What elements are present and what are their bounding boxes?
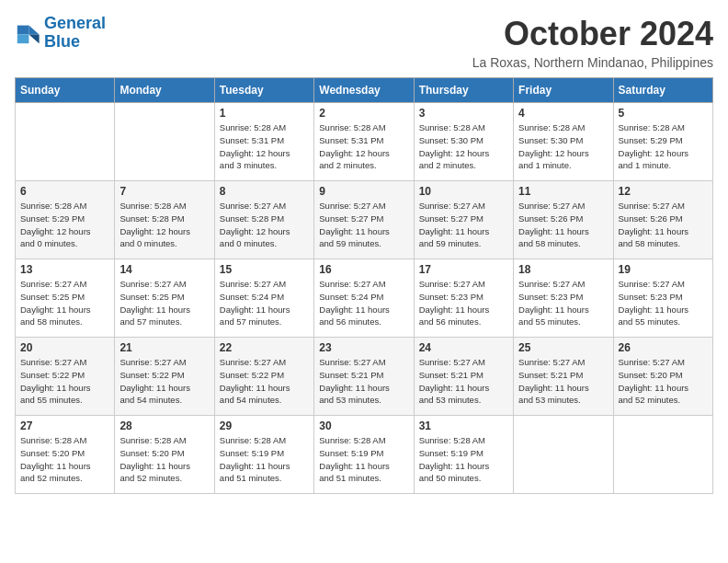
day-number: 9 bbox=[319, 185, 408, 198]
week-row-3: 13Sunrise: 5:27 AM Sunset: 5:25 PM Dayli… bbox=[16, 259, 713, 338]
calendar-cell: 5Sunrise: 5:28 AM Sunset: 5:29 PM Daylig… bbox=[613, 103, 712, 181]
svg-rect-3 bbox=[17, 25, 29, 34]
calendar-cell bbox=[613, 416, 712, 494]
calendar-cell: 23Sunrise: 5:27 AM Sunset: 5:21 PM Dayli… bbox=[314, 338, 414, 416]
header-saturday: Saturday bbox=[613, 78, 712, 103]
calendar-cell: 7Sunrise: 5:28 AM Sunset: 5:28 PM Daylig… bbox=[115, 181, 214, 259]
day-detail: Sunrise: 5:27 AM Sunset: 5:25 PM Dayligh… bbox=[20, 278, 109, 328]
day-detail: Sunrise: 5:27 AM Sunset: 5:24 PM Dayligh… bbox=[220, 278, 309, 328]
calendar-cell: 1Sunrise: 5:28 AM Sunset: 5:31 PM Daylig… bbox=[214, 103, 313, 181]
header-row: SundayMondayTuesdayWednesdayThursdayFrid… bbox=[16, 78, 713, 103]
day-number: 29 bbox=[220, 419, 309, 432]
calendar-cell: 6Sunrise: 5:28 AM Sunset: 5:29 PM Daylig… bbox=[16, 181, 115, 259]
day-detail: Sunrise: 5:27 AM Sunset: 5:22 PM Dayligh… bbox=[20, 356, 109, 407]
calendar-cell: 8Sunrise: 5:27 AM Sunset: 5:28 PM Daylig… bbox=[214, 181, 313, 259]
calendar-cell: 14Sunrise: 5:27 AM Sunset: 5:25 PM Dayli… bbox=[115, 259, 214, 338]
day-detail: Sunrise: 5:28 AM Sunset: 5:31 PM Dayligh… bbox=[319, 121, 408, 172]
calendar-cell: 15Sunrise: 5:27 AM Sunset: 5:24 PM Dayli… bbox=[214, 259, 313, 338]
day-number: 7 bbox=[119, 185, 209, 198]
day-detail: Sunrise: 5:28 AM Sunset: 5:28 PM Dayligh… bbox=[119, 200, 209, 250]
day-detail: Sunrise: 5:27 AM Sunset: 5:22 PM Dayligh… bbox=[119, 356, 209, 407]
day-number: 21 bbox=[119, 341, 209, 354]
day-number: 23 bbox=[319, 341, 408, 354]
day-detail: Sunrise: 5:28 AM Sunset: 5:19 PM Dayligh… bbox=[319, 434, 408, 485]
day-number: 30 bbox=[319, 419, 408, 432]
day-detail: Sunrise: 5:27 AM Sunset: 5:20 PM Dayligh… bbox=[619, 356, 708, 407]
calendar-cell: 27Sunrise: 5:28 AM Sunset: 5:20 PM Dayli… bbox=[16, 416, 115, 494]
day-detail: Sunrise: 5:27 AM Sunset: 5:24 PM Dayligh… bbox=[319, 278, 408, 328]
day-detail: Sunrise: 5:28 AM Sunset: 5:29 PM Dayligh… bbox=[20, 200, 109, 250]
day-number: 12 bbox=[619, 185, 708, 198]
calendar-cell bbox=[16, 103, 115, 181]
calendar-cell: 30Sunrise: 5:28 AM Sunset: 5:19 PM Dayli… bbox=[314, 416, 414, 494]
calendar-cell bbox=[115, 103, 214, 181]
day-detail: Sunrise: 5:27 AM Sunset: 5:27 PM Dayligh… bbox=[319, 200, 408, 250]
day-number: 19 bbox=[619, 263, 708, 276]
day-detail: Sunrise: 5:28 AM Sunset: 5:30 PM Dayligh… bbox=[419, 121, 508, 172]
calendar-cell: 19Sunrise: 5:27 AM Sunset: 5:23 PM Dayli… bbox=[613, 259, 712, 338]
week-row-5: 27Sunrise: 5:28 AM Sunset: 5:20 PM Dayli… bbox=[16, 416, 713, 494]
calendar-cell: 10Sunrise: 5:27 AM Sunset: 5:27 PM Dayli… bbox=[414, 181, 513, 259]
day-number: 16 bbox=[319, 263, 408, 276]
calendar-cell bbox=[514, 416, 613, 494]
day-detail: Sunrise: 5:27 AM Sunset: 5:23 PM Dayligh… bbox=[419, 278, 508, 328]
header-thursday: Thursday bbox=[414, 78, 513, 103]
logo-icon bbox=[15, 20, 40, 46]
day-detail: Sunrise: 5:27 AM Sunset: 5:26 PM Dayligh… bbox=[619, 200, 708, 250]
day-detail: Sunrise: 5:28 AM Sunset: 5:30 PM Dayligh… bbox=[518, 121, 608, 172]
day-detail: Sunrise: 5:28 AM Sunset: 5:31 PM Dayligh… bbox=[220, 121, 309, 172]
day-number: 6 bbox=[20, 185, 109, 198]
header-wednesday: Wednesday bbox=[314, 78, 414, 103]
calendar-cell: 31Sunrise: 5:28 AM Sunset: 5:19 PM Dayli… bbox=[414, 416, 513, 494]
day-detail: Sunrise: 5:27 AM Sunset: 5:22 PM Dayligh… bbox=[220, 356, 309, 407]
day-number: 27 bbox=[20, 419, 109, 432]
logo-line1: General bbox=[44, 14, 106, 32]
day-number: 14 bbox=[119, 263, 209, 276]
day-number: 28 bbox=[119, 419, 209, 432]
calendar-cell: 12Sunrise: 5:27 AM Sunset: 5:26 PM Dayli… bbox=[613, 181, 712, 259]
calendar-cell: 20Sunrise: 5:27 AM Sunset: 5:22 PM Dayli… bbox=[16, 338, 115, 416]
header-monday: Monday bbox=[115, 78, 214, 103]
day-number: 3 bbox=[419, 107, 508, 120]
calendar-cell: 9Sunrise: 5:27 AM Sunset: 5:27 PM Daylig… bbox=[314, 181, 414, 259]
day-detail: Sunrise: 5:27 AM Sunset: 5:27 PM Dayligh… bbox=[419, 200, 508, 250]
day-number: 20 bbox=[20, 341, 109, 354]
day-detail: Sunrise: 5:27 AM Sunset: 5:25 PM Dayligh… bbox=[119, 278, 209, 328]
week-row-2: 6Sunrise: 5:28 AM Sunset: 5:29 PM Daylig… bbox=[16, 181, 713, 259]
day-detail: Sunrise: 5:28 AM Sunset: 5:19 PM Dayligh… bbox=[419, 434, 508, 485]
calendar-cell: 2Sunrise: 5:28 AM Sunset: 5:31 PM Daylig… bbox=[314, 103, 414, 181]
calendar-cell: 3Sunrise: 5:28 AM Sunset: 5:30 PM Daylig… bbox=[414, 103, 513, 181]
calendar-cell: 29Sunrise: 5:28 AM Sunset: 5:19 PM Dayli… bbox=[214, 416, 313, 494]
header-sunday: Sunday bbox=[16, 78, 115, 103]
svg-rect-4 bbox=[17, 34, 29, 43]
day-number: 13 bbox=[20, 263, 109, 276]
location: La Roxas, Northern Mindanao, Philippines bbox=[472, 55, 713, 70]
calendar-cell: 11Sunrise: 5:27 AM Sunset: 5:26 PM Dayli… bbox=[514, 181, 613, 259]
day-number: 5 bbox=[619, 107, 708, 120]
day-detail: Sunrise: 5:28 AM Sunset: 5:29 PM Dayligh… bbox=[619, 121, 708, 172]
day-number: 4 bbox=[518, 107, 608, 120]
day-number: 25 bbox=[518, 341, 608, 354]
header-tuesday: Tuesday bbox=[214, 78, 313, 103]
calendar-cell: 18Sunrise: 5:27 AM Sunset: 5:23 PM Dayli… bbox=[514, 259, 613, 338]
calendar-cell: 28Sunrise: 5:28 AM Sunset: 5:20 PM Dayli… bbox=[115, 416, 214, 494]
day-number: 31 bbox=[419, 419, 508, 432]
calendar-cell: 13Sunrise: 5:27 AM Sunset: 5:25 PM Dayli… bbox=[16, 259, 115, 338]
calendar-cell: 21Sunrise: 5:27 AM Sunset: 5:22 PM Dayli… bbox=[115, 338, 214, 416]
day-number: 26 bbox=[619, 341, 708, 354]
day-detail: Sunrise: 5:27 AM Sunset: 5:23 PM Dayligh… bbox=[619, 278, 708, 328]
day-detail: Sunrise: 5:28 AM Sunset: 5:20 PM Dayligh… bbox=[119, 434, 209, 485]
day-detail: Sunrise: 5:27 AM Sunset: 5:26 PM Dayligh… bbox=[518, 200, 608, 250]
day-detail: Sunrise: 5:27 AM Sunset: 5:21 PM Dayligh… bbox=[518, 356, 608, 407]
calendar-cell: 24Sunrise: 5:27 AM Sunset: 5:21 PM Dayli… bbox=[414, 338, 513, 416]
calendar-cell: 17Sunrise: 5:27 AM Sunset: 5:23 PM Dayli… bbox=[414, 259, 513, 338]
calendar-cell: 22Sunrise: 5:27 AM Sunset: 5:22 PM Dayli… bbox=[214, 338, 313, 416]
week-row-4: 20Sunrise: 5:27 AM Sunset: 5:22 PM Dayli… bbox=[16, 338, 713, 416]
day-detail: Sunrise: 5:27 AM Sunset: 5:21 PM Dayligh… bbox=[319, 356, 408, 407]
day-detail: Sunrise: 5:27 AM Sunset: 5:21 PM Dayligh… bbox=[419, 356, 508, 407]
week-row-1: 1Sunrise: 5:28 AM Sunset: 5:31 PM Daylig… bbox=[16, 103, 713, 181]
logo-text: General Blue bbox=[44, 15, 106, 52]
day-number: 11 bbox=[518, 185, 608, 198]
day-detail: Sunrise: 5:28 AM Sunset: 5:19 PM Dayligh… bbox=[220, 434, 309, 485]
day-number: 10 bbox=[419, 185, 508, 198]
